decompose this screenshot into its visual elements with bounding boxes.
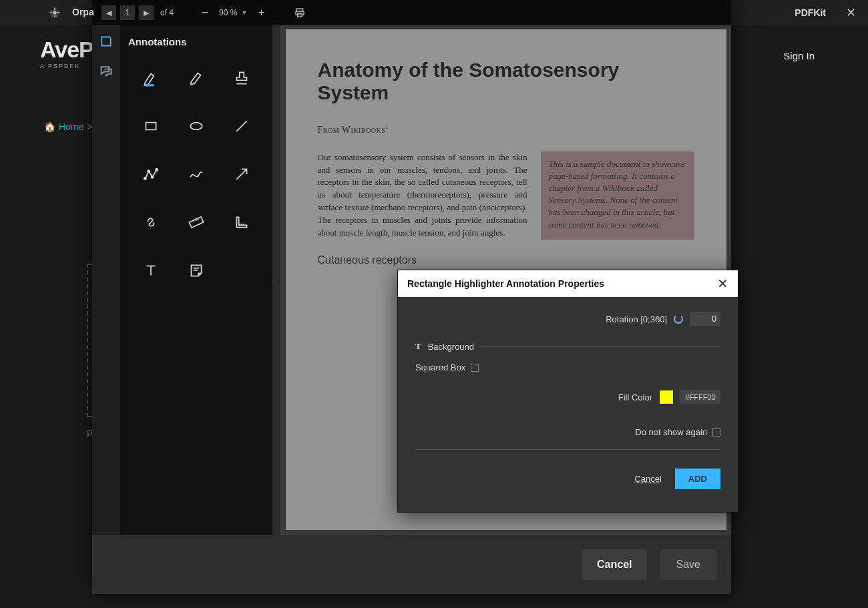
sticky-note-tool[interactable] <box>174 256 219 285</box>
logo-text: AveP <box>40 37 93 63</box>
arrow-tool[interactable] <box>219 160 264 189</box>
do-not-show-checkbox[interactable] <box>712 428 720 436</box>
svg-rect-13 <box>189 217 203 228</box>
svg-line-12 <box>236 169 246 179</box>
ruler-tool[interactable] <box>174 208 219 237</box>
t-icon: T <box>415 341 421 352</box>
zoom-value: 90 % <box>219 8 237 17</box>
sign-in-link[interactable]: Sign In <box>783 50 815 61</box>
doc-subheading: Cutaneous receptors <box>318 254 694 266</box>
rotation-input[interactable] <box>690 312 720 326</box>
rotation-reset-icon[interactable] <box>674 314 683 324</box>
properties-dialog: Rectangle Highlighter Annotation Propert… <box>397 270 738 513</box>
comments-panel-icon[interactable] <box>99 64 113 77</box>
doc-title: Anatomy of the Somatosensory System <box>318 59 694 104</box>
zoom-select[interactable]: 90 % ▼ <box>216 8 250 17</box>
chevron-down-icon: ▼ <box>241 9 247 16</box>
link-tool[interactable] <box>128 208 174 237</box>
annotations-panel: Annotations <box>120 25 272 535</box>
rotation-label: Rotation [0;360] <box>606 314 667 324</box>
prev-page-button[interactable]: ◀ <box>101 5 116 20</box>
squared-box-checkbox[interactable] <box>471 364 479 372</box>
logo-subtitle: A PSPDFK <box>40 63 93 69</box>
zoom-in-button[interactable]: + <box>254 5 268 20</box>
line-tool[interactable] <box>219 111 264 141</box>
freehand-tool[interactable] <box>174 160 219 189</box>
ellipse-tool[interactable] <box>174 111 219 141</box>
print-button[interactable] <box>292 5 307 20</box>
dialog-header: Rectangle Highlighter Annotation Propert… <box>398 270 738 297</box>
svg-point-10 <box>152 176 154 178</box>
annotations-panel-icon[interactable] <box>99 35 113 48</box>
editor-save-button[interactable]: Save <box>660 549 716 580</box>
fill-color-label: Fill Color <box>618 392 652 402</box>
stamp-tool[interactable] <box>219 63 264 93</box>
background-group-label: Background <box>428 342 474 352</box>
svg-line-7 <box>236 121 246 131</box>
editor-footer: Cancel Save <box>92 535 731 594</box>
svg-line-15 <box>196 220 196 221</box>
pdf-editor-modal: ◀ 1 ▶ of 4 − 90 % ▼ + Annotations <box>92 0 731 594</box>
divider <box>481 346 720 347</box>
doc-intro-paragraph: Our somatosensory system consists of sen… <box>318 151 527 240</box>
dialog-divider <box>415 449 720 450</box>
area-measure-tool[interactable] <box>219 208 264 237</box>
tab-app-icon[interactable] <box>45 4 64 21</box>
svg-point-8 <box>144 178 146 180</box>
dialog-cancel-button[interactable]: Cancel <box>634 474 661 484</box>
page-total-label: of 4 <box>160 8 174 17</box>
doc-side-note: This is a sample document to showcase pa… <box>541 151 694 240</box>
svg-line-14 <box>194 220 194 222</box>
squared-box-label: Squared Box <box>415 362 465 372</box>
svg-point-9 <box>148 170 150 172</box>
dialog-add-button[interactable]: ADD <box>675 469 720 489</box>
svg-point-24 <box>53 11 57 15</box>
dialog-title: Rectangle Highlighter Annotation Propert… <box>407 278 604 289</box>
rectangle-tool[interactable] <box>128 111 174 141</box>
breadcrumb[interactable]: 🏠 Home > <box>44 121 93 132</box>
annotations-header: Annotations <box>120 25 272 58</box>
dialog-close-icon[interactable]: ✕ <box>717 276 728 292</box>
fill-color-hex-input[interactable] <box>680 390 720 404</box>
do-not-show-label: Do not show again <box>635 427 707 437</box>
next-page-button[interactable]: ▶ <box>139 5 154 20</box>
panel-resize-handle[interactable]: ⋮⋮ <box>272 25 280 535</box>
svg-line-16 <box>198 219 198 220</box>
product-name-partial: PDFKit <box>795 7 826 18</box>
svg-point-11 <box>156 169 158 171</box>
polyline-tool[interactable] <box>128 160 174 189</box>
left-icon-strip <box>92 25 120 535</box>
highlighter-tool[interactable] <box>128 63 174 93</box>
svg-rect-1 <box>296 11 304 15</box>
zoom-out-button[interactable]: − <box>198 5 212 20</box>
home-icon: 🏠 <box>44 121 55 132</box>
page-number-input[interactable]: 1 <box>120 5 135 20</box>
fill-color-swatch[interactable] <box>659 390 674 404</box>
text-tool[interactable] <box>128 256 174 285</box>
brand-block: AveP A PSPDFK <box>40 37 93 69</box>
breadcrumb-home[interactable]: Home <box>59 121 83 132</box>
marker-tool[interactable] <box>174 63 219 93</box>
close-icon[interactable]: ✕ <box>846 5 856 20</box>
editor-toolbar: ◀ 1 ▶ of 4 − 90 % ▼ + <box>92 0 731 25</box>
svg-point-6 <box>190 123 202 130</box>
svg-rect-5 <box>146 123 156 130</box>
doc-from: From Wikibooks1 <box>318 124 694 135</box>
tab-label-partial: Orpa <box>72 7 94 17</box>
editor-cancel-button[interactable]: Cancel <box>582 549 646 580</box>
